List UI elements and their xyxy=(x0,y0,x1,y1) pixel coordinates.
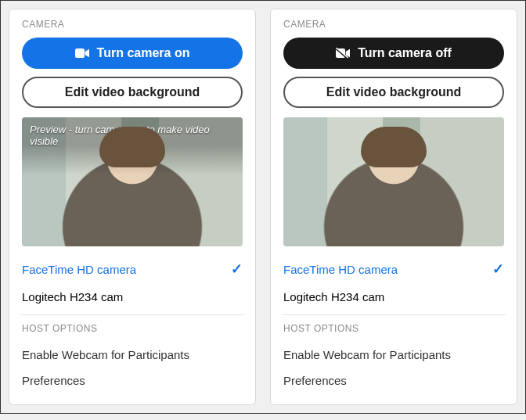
camera-section-label: CAMERA xyxy=(22,19,243,30)
host-options-section-label: HOST OPTIONS xyxy=(22,323,243,334)
device-name: Logitech H234 cam xyxy=(22,290,123,303)
divider xyxy=(282,314,506,315)
camera-panel-off-state: CAMERA Turn camera on Edit video backgro… xyxy=(9,9,256,405)
camera-off-icon xyxy=(336,48,350,59)
turn-camera-on-button[interactable]: Turn camera on xyxy=(22,38,243,69)
edit-bg-label: Edit video background xyxy=(65,85,200,99)
preferences[interactable]: Preferences xyxy=(283,368,504,393)
device-name: FaceTime HD camera xyxy=(22,263,136,276)
preview-caption: Preview - turn camera on to make video v… xyxy=(30,124,235,147)
camera-device-list: FaceTime HD camera ✓ Logitech H234 cam xyxy=(283,254,504,310)
enable-webcam-for-participants[interactable]: Enable Webcam for Participants xyxy=(22,342,243,368)
toggle-label: Turn camera off xyxy=(358,46,452,60)
edit-bg-label: Edit video background xyxy=(326,85,461,99)
turn-camera-off-button[interactable]: Turn camera off xyxy=(283,38,504,69)
camera-panel-on-state: CAMERA Turn camera off Edit video backgr… xyxy=(270,9,517,405)
enable-webcam-for-participants[interactable]: Enable Webcam for Participants xyxy=(283,342,504,368)
divider xyxy=(20,314,244,315)
edit-video-background-button[interactable]: Edit video background xyxy=(22,77,243,108)
checkmark-icon: ✓ xyxy=(492,260,504,278)
camera-device-item[interactable]: FaceTime HD camera ✓ xyxy=(22,254,243,284)
camera-device-item[interactable]: Logitech H234 cam xyxy=(283,284,504,310)
svg-rect-0 xyxy=(75,48,85,58)
camera-icon xyxy=(75,48,89,59)
camera-device-item[interactable]: Logitech H234 cam xyxy=(22,284,243,310)
host-options-section-label: HOST OPTIONS xyxy=(283,323,504,334)
camera-device-list: FaceTime HD camera ✓ Logitech H234 cam xyxy=(22,254,243,310)
camera-preview: Preview - turn camera on to make video v… xyxy=(22,117,243,246)
edit-video-background-button[interactable]: Edit video background xyxy=(283,77,504,108)
camera-section-label: CAMERA xyxy=(283,19,504,30)
device-name: FaceTime HD camera xyxy=(283,263,398,276)
preferences[interactable]: Preferences xyxy=(22,368,243,393)
camera-device-item[interactable]: FaceTime HD camera ✓ xyxy=(283,254,504,284)
checkmark-icon: ✓ xyxy=(231,260,243,278)
camera-preview xyxy=(283,117,504,246)
device-name: Logitech H234 cam xyxy=(283,290,384,303)
toggle-label: Turn camera on xyxy=(97,46,190,60)
